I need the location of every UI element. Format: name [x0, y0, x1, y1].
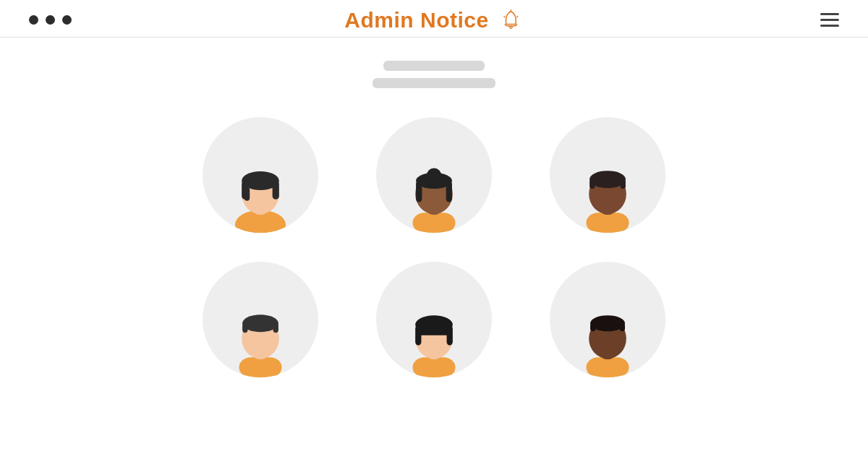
svg-rect-10 — [273, 181, 279, 200]
skeleton-bar-2 — [373, 78, 495, 88]
svg-point-0 — [510, 25, 512, 27]
svg-rect-23 — [590, 179, 595, 189]
avatar-3[interactable] — [550, 117, 665, 233]
svg-rect-11 — [244, 187, 250, 200]
nav-dot-3 — [62, 15, 72, 25]
hamburger-line-3 — [820, 25, 839, 27]
svg-rect-5 — [239, 213, 281, 233]
svg-rect-25 — [239, 357, 281, 377]
svg-rect-31 — [412, 357, 455, 377]
avatar-6[interactable] — [550, 262, 665, 377]
svg-rect-42 — [590, 323, 595, 331]
hamburger-line-1 — [820, 13, 839, 15]
nav-dot-2 — [46, 15, 55, 25]
svg-rect-36 — [415, 325, 421, 346]
nav-dots — [29, 15, 72, 25]
svg-rect-29 — [242, 323, 247, 333]
avatar-grid — [203, 117, 665, 377]
svg-rect-24 — [621, 179, 626, 189]
svg-line-2 — [504, 16, 505, 17]
skeleton-placeholder — [373, 61, 495, 88]
bell-icon[interactable] — [499, 8, 524, 33]
svg-rect-37 — [447, 325, 453, 346]
avatar-1[interactable] — [203, 117, 318, 233]
svg-rect-43 — [620, 323, 625, 331]
svg-rect-19 — [586, 213, 629, 233]
svg-rect-35 — [417, 329, 451, 335]
svg-line-3 — [517, 16, 518, 17]
hamburger-menu-button[interactable] — [820, 13, 839, 27]
main-content — [0, 38, 868, 454]
svg-rect-17 — [416, 181, 422, 202]
avatar-2[interactable] — [376, 117, 492, 233]
app-header: Admin Notice — [0, 0, 868, 38]
avatar-4[interactable] — [203, 262, 318, 377]
svg-rect-30 — [273, 323, 278, 333]
app-title: Admin Notice — [344, 8, 488, 33]
svg-rect-12 — [412, 213, 455, 233]
nav-dot-1 — [29, 15, 38, 25]
svg-point-22 — [590, 171, 626, 188]
hamburger-line-2 — [820, 19, 839, 21]
skeleton-bar-1 — [383, 61, 485, 71]
svg-point-28 — [242, 314, 278, 332]
svg-rect-38 — [586, 357, 629, 377]
avatar-5[interactable] — [376, 262, 492, 377]
header-center: Admin Notice — [344, 8, 523, 33]
svg-rect-18 — [446, 181, 452, 202]
